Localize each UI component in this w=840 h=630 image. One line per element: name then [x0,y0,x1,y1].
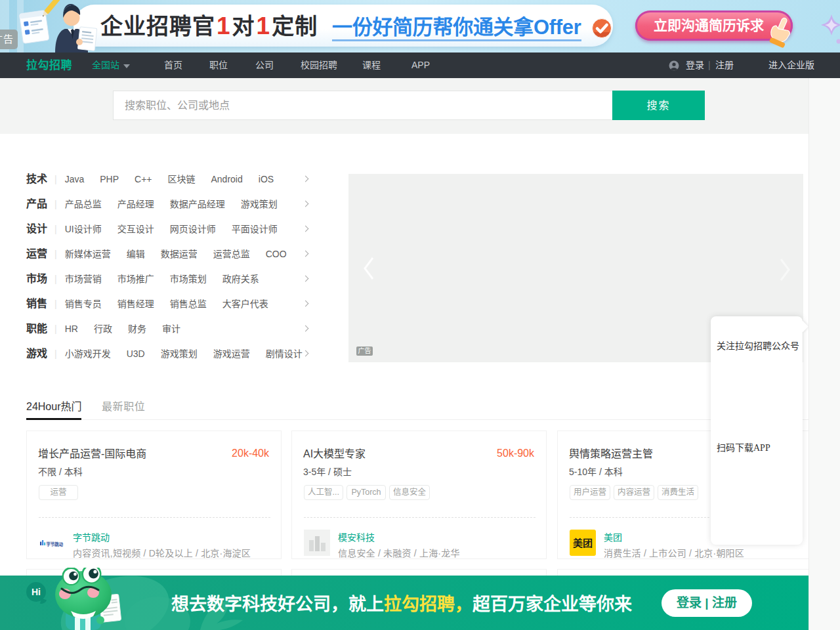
svg-text:字节跳动: 字节跳动 [47,541,64,547]
svg-text:美团: 美团 [573,537,593,549]
